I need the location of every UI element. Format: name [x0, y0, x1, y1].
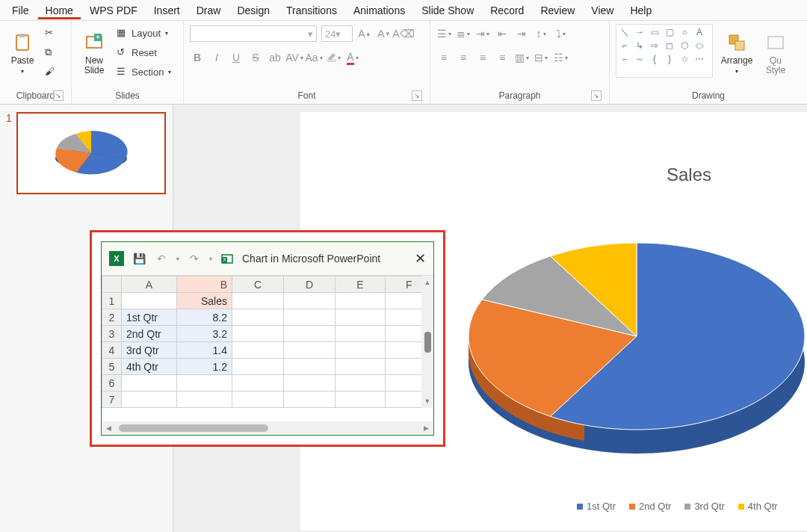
smartart-button[interactable]: ☷ [553, 50, 568, 65]
justify-button[interactable]: ≡ [495, 50, 510, 65]
cell-A3[interactable]: 2nd Qtr [122, 326, 177, 342]
menu-slide-show[interactable]: Slide Show [414, 1, 481, 19]
cell-C5[interactable] [232, 359, 284, 375]
select-all-cell[interactable] [102, 276, 122, 293]
cell-B4[interactable]: 1.4 [177, 342, 232, 359]
new-slide-button[interactable]: + New Slide [78, 24, 111, 84]
menu-draw[interactable]: Draw [189, 1, 229, 19]
numbering-button[interactable]: ≣ [456, 26, 471, 41]
column-header-B[interactable]: B [177, 276, 232, 293]
cell-A2[interactable]: 1st Qtr [122, 309, 177, 326]
cell-D6[interactable] [283, 375, 335, 392]
vertical-scrollbar[interactable]: ▲▼ [421, 276, 433, 408]
shadow-button[interactable]: ab [268, 50, 282, 65]
bold-button[interactable]: B [190, 50, 205, 65]
change-case-button[interactable]: Aa [306, 50, 321, 65]
columns-button[interactable]: ▥ [514, 50, 529, 65]
row-header[interactable]: 6 [102, 375, 122, 392]
grow-font-button[interactable]: A▲ [357, 26, 372, 41]
cell-A4[interactable]: 3rd Qtr [122, 342, 177, 359]
cell-C3[interactable] [232, 326, 284, 342]
column-header-E[interactable]: E [335, 276, 385, 293]
save-button[interactable]: 💾 [132, 251, 146, 266]
menu-insert[interactable]: Insert [146, 1, 188, 19]
menu-record[interactable]: Record [483, 1, 531, 19]
line-spacing-button[interactable]: ↕ [534, 26, 548, 41]
cell-D1[interactable] [283, 293, 335, 309]
close-button[interactable]: ✕ [415, 250, 426, 267]
strike-button[interactable]: S [248, 50, 263, 65]
cell-C2[interactable] [232, 309, 284, 326]
cell-E5[interactable] [335, 359, 385, 375]
text-direction-button[interactable]: ⤵ [553, 26, 568, 41]
char-spacing-button[interactable]: AV [287, 50, 302, 65]
menu-home[interactable]: Home [38, 1, 81, 19]
row-header[interactable]: 4 [102, 342, 122, 359]
cell-D7[interactable] [283, 392, 335, 408]
column-header-C[interactable]: C [232, 276, 284, 293]
cell-E6[interactable] [335, 375, 385, 392]
paragraph-dialog-launcher[interactable]: ↘ [591, 90, 602, 101]
cell-D3[interactable] [283, 326, 335, 342]
cell-A1[interactable] [122, 293, 177, 309]
cell-A6[interactable] [122, 375, 177, 392]
row-header[interactable]: 1 [102, 293, 122, 309]
menu-review[interactable]: Review [533, 1, 582, 19]
align-left-button[interactable]: ≡ [436, 50, 451, 65]
redo-button[interactable]: ↷ [187, 251, 202, 266]
align-right-button[interactable]: ≡ [475, 50, 490, 65]
decrease-indent-button[interactable]: ⇤ [495, 26, 510, 41]
cell-B5[interactable]: 1.2 [177, 359, 232, 375]
font-color-button[interactable]: A [345, 50, 360, 65]
column-header-D[interactable]: D [283, 276, 335, 293]
font-name-combo[interactable]: ▾ [190, 25, 317, 42]
reset-button[interactable]: ↺Reset [114, 43, 174, 61]
cell-E2[interactable] [335, 309, 385, 326]
cell-B3[interactable]: 3.2 [177, 326, 232, 342]
underline-button[interactable]: U [229, 50, 244, 65]
undo-button[interactable]: ↶ [154, 251, 169, 266]
cell-C1[interactable] [232, 293, 284, 309]
cell-B6[interactable] [177, 375, 232, 392]
cell-E1[interactable] [335, 293, 385, 309]
cell-A5[interactable]: 4th Qtr [122, 359, 177, 375]
bullets-button[interactable]: ☰ [436, 26, 451, 41]
cell-D2[interactable] [283, 309, 335, 326]
cell-B2[interactable]: 8.2 [177, 309, 232, 326]
excel-data-grid[interactable]: ABCDEF 1Sales 21st Qtr8.232nd Qtr3.243rd… [102, 276, 433, 408]
menu-view[interactable]: View [584, 1, 621, 19]
menu-wps-pdf[interactable]: WPS PDF [82, 1, 145, 19]
align-center-button[interactable]: ≡ [456, 50, 471, 65]
arrange-button[interactable]: Arrange▾ [716, 24, 758, 84]
cut-button[interactable]: ✂ [42, 24, 60, 42]
cell-B7[interactable] [177, 392, 232, 408]
increase-indent-button[interactable]: ⇥ [514, 26, 529, 41]
clear-format-button[interactable]: A⌫ [396, 26, 411, 41]
quick-styles-button[interactable]: Qu Style [761, 24, 791, 84]
cell-C4[interactable] [232, 342, 284, 359]
list-level-button[interactable]: ⇥ [475, 26, 490, 41]
clipboard-dialog-launcher[interactable]: ↘ [53, 90, 64, 101]
cell-E7[interactable] [335, 392, 385, 408]
cell-E3[interactable] [335, 326, 385, 342]
cell-C6[interactable] [232, 375, 284, 392]
menu-animations[interactable]: Animations [346, 1, 412, 19]
excel-open-icon[interactable]: X [220, 251, 235, 266]
paste-button[interactable]: Paste▾ [6, 24, 39, 84]
section-button[interactable]: ☰Section▾ [114, 63, 174, 81]
menu-file[interactable]: File [4, 1, 37, 19]
layout-button[interactable]: ▦Layout▾ [114, 24, 174, 42]
slide-thumbnail-1[interactable] [16, 112, 166, 194]
row-header[interactable]: 2 [102, 309, 122, 326]
shapes-gallery[interactable]: ＼ → ▭ ▢ ○ A ⌐ ↳ ⇨ ◻ ⬡ ⬭ ⌢ ～ { } ☆ ⋯ [616, 24, 713, 78]
horizontal-scrollbar[interactable]: ◀▶ [102, 421, 433, 435]
shrink-font-button[interactable]: A▼ [377, 26, 392, 41]
format-painter-button[interactable]: 🖌 [42, 63, 60, 81]
row-header[interactable]: 5 [102, 359, 122, 375]
font-dialog-launcher[interactable]: ↘ [412, 90, 422, 101]
cell-D5[interactable] [283, 359, 335, 375]
highlight-button[interactable] [326, 50, 341, 65]
copy-button[interactable]: ⧉ [42, 43, 60, 61]
cell-C7[interactable] [232, 392, 284, 408]
cell-E4[interactable] [335, 342, 385, 359]
